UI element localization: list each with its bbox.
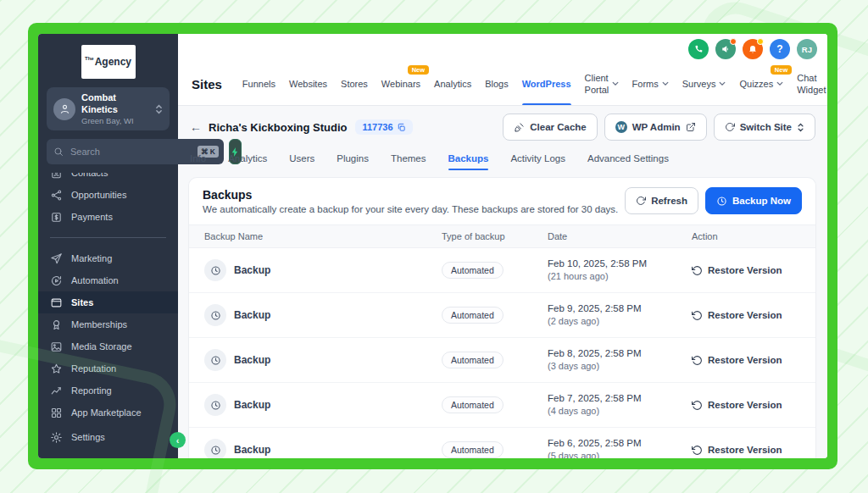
backup-name-cell: Backup — [204, 259, 442, 281]
sidebar-item-payments[interactable]: Payments — [38, 206, 178, 228]
account-name: Combat Kinetics — [81, 92, 149, 116]
subtab-plugins[interactable]: Plugins — [337, 147, 369, 170]
screenshot-frame: TheAgency Combat Kinetics Green Bay, WI — [28, 23, 837, 469]
tab-funnels[interactable]: Funnels — [242, 63, 275, 105]
back-arrow-icon[interactable]: ← — [190, 120, 202, 134]
search-icon — [53, 147, 64, 157]
subtab-themes[interactable]: Themes — [391, 147, 426, 170]
clock-icon — [204, 304, 226, 326]
backup-date-cell: Feb 7, 2025, 2:58 PM (4 days ago) — [548, 392, 692, 418]
tab-chat-widget[interactable]: Chat Widget — [797, 63, 827, 105]
restore-version-button[interactable]: Restore Version — [692, 355, 802, 366]
backup-now-button[interactable]: Backup Now — [705, 187, 802, 214]
user-avatar[interactable]: RJ — [797, 39, 817, 59]
column-header: Action — [692, 231, 802, 241]
app-marketplace-icon — [50, 407, 63, 419]
clock-icon — [204, 439, 226, 458]
tab-analytics[interactable]: Analytics — [434, 63, 471, 105]
announcements-icon[interactable] — [715, 39, 736, 59]
subtab-users[interactable]: Users — [289, 147, 314, 170]
subtab-backups[interactable]: Backups — [448, 147, 489, 170]
clear-cache-icon — [514, 122, 525, 133]
backup-type-cell: Automated — [442, 396, 548, 413]
table-row: Backup Automated Feb 7, 2025, 2:58 PM (4… — [189, 383, 815, 428]
account-switcher[interactable]: Combat Kinetics Green Bay, WI — [47, 87, 170, 130]
site-id: 117736 — [362, 122, 392, 132]
sidebar-item-app-marketplace[interactable]: App Marketplace — [38, 402, 178, 421]
subtab-advanced-settings[interactable]: Advanced Settings — [587, 147, 669, 170]
restore-version-button[interactable]: Restore Version — [692, 400, 802, 411]
call-icon[interactable] — [688, 39, 709, 59]
automated-badge: Automated — [442, 307, 504, 324]
backup-name-cell: Backup — [204, 349, 442, 371]
tab-webinars[interactable]: New Webinars — [381, 63, 420, 105]
sidebar-item-label: Contacts — [71, 173, 108, 178]
refresh-button[interactable]: Refresh — [625, 187, 698, 214]
wp-admin-button[interactable]: W WP Admin — [604, 114, 707, 141]
announcements-badge-dot — [730, 38, 737, 45]
sidebar-item-reputation[interactable]: Reputation — [38, 357, 178, 379]
column-header: Type of backup — [442, 231, 548, 241]
tab-surveys[interactable]: Surveys — [682, 63, 726, 105]
sidebar-item-automation[interactable]: Automation — [38, 269, 178, 291]
sidebar-item-memberships[interactable]: Memberships — [38, 313, 178, 335]
sidebar-item-media-storage[interactable]: Media Storage — [38, 335, 178, 357]
tab-blogs[interactable]: Blogs — [485, 63, 509, 105]
chevron-updown-icon — [797, 122, 804, 133]
subtab-analytics[interactable]: Analytics — [228, 147, 267, 170]
new-badge: New — [408, 65, 429, 75]
app-window: TheAgency Combat Kinetics Green Bay, WI — [38, 34, 827, 458]
subtab-activity-logs[interactable]: Activity Logs — [510, 147, 565, 170]
clear-cache-button[interactable]: Clear Cache — [503, 114, 597, 141]
tab-stores[interactable]: Stores — [341, 63, 368, 105]
clock-icon — [204, 259, 226, 281]
sidebar-item-reporting[interactable]: Reporting — [38, 379, 178, 402]
tab-quizzes[interactable]: New Quizzes — [739, 63, 783, 105]
help-icon[interactable]: ? — [770, 39, 790, 59]
table-header-row: Backup Name Type of backup Date Action — [189, 224, 815, 248]
tab-websites[interactable]: Websites — [289, 63, 327, 105]
sidebar-item-label: Opportunities — [71, 190, 126, 200]
agency-logo-text: TheAgency — [85, 56, 131, 69]
sidebar-collapse-toggle[interactable]: ‹ — [170, 432, 186, 448]
sidebar-item-contacts[interactable]: Contacts — [38, 173, 178, 184]
sidebar-item-label: Memberships — [71, 319, 127, 330]
restore-version-button[interactable]: Restore Version — [692, 310, 802, 321]
restore-version-button[interactable]: Restore Version — [692, 445, 802, 456]
switch-site-button[interactable]: Switch Site — [714, 114, 815, 141]
backup-date-cell: Feb 6, 2025, 2:58 PM (5 days ago) — [548, 437, 692, 458]
backups-description: We automatically create a backup for you… — [203, 204, 618, 214]
search-input[interactable] — [69, 146, 192, 158]
tab-wordpress[interactable]: WordPress — [522, 63, 571, 105]
chevron-down-icon — [612, 81, 619, 86]
table-row: Backup Automated Feb 9, 2025, 2:58 PM (2… — [189, 293, 815, 338]
site-toolbar: ← Richa's Kickboxing Studio 117736 Clear… — [190, 113, 815, 141]
copy-icon[interactable] — [397, 123, 406, 132]
sidebar-nav: Contacts Opportunities Payments Marketin… — [38, 173, 178, 421]
gear-icon — [50, 431, 63, 444]
tab-client-portal[interactable]: Client Portal — [585, 63, 619, 105]
memberships-icon — [50, 319, 63, 331]
desktop-background: TheAgency Combat Kinetics Green Bay, WI — [0, 0, 868, 493]
sites-icon — [50, 296, 63, 309]
sidebar-item-sites[interactable]: Sites — [38, 291, 178, 313]
payments-icon — [50, 211, 63, 224]
column-header: Date — [548, 231, 692, 241]
chevron-down-icon — [719, 81, 726, 86]
reputation-icon — [50, 363, 63, 375]
tab-forms[interactable]: Forms — [632, 63, 669, 105]
top-navigation: Sites Funnels Websites Stores New Webina… — [192, 63, 827, 105]
restore-icon — [692, 400, 703, 411]
sidebar-item-marketing[interactable]: Marketing — [38, 247, 178, 269]
restore-icon — [692, 355, 703, 366]
sidebar-item-settings[interactable]: Settings — [38, 426, 178, 448]
backup-clock-icon — [716, 196, 727, 207]
subtab-info[interactable]: Info — [190, 147, 206, 170]
account-avatar-icon — [53, 98, 75, 120]
backups-heading: Backups We automatically create a backup… — [203, 188, 618, 214]
site-id-chip[interactable]: 117736 — [355, 119, 412, 135]
sidebar-item-opportunities[interactable]: Opportunities — [38, 184, 178, 206]
switch-icon — [725, 122, 735, 132]
restore-version-button[interactable]: Restore Version — [692, 265, 802, 276]
notifications-bell-icon[interactable] — [743, 39, 763, 59]
